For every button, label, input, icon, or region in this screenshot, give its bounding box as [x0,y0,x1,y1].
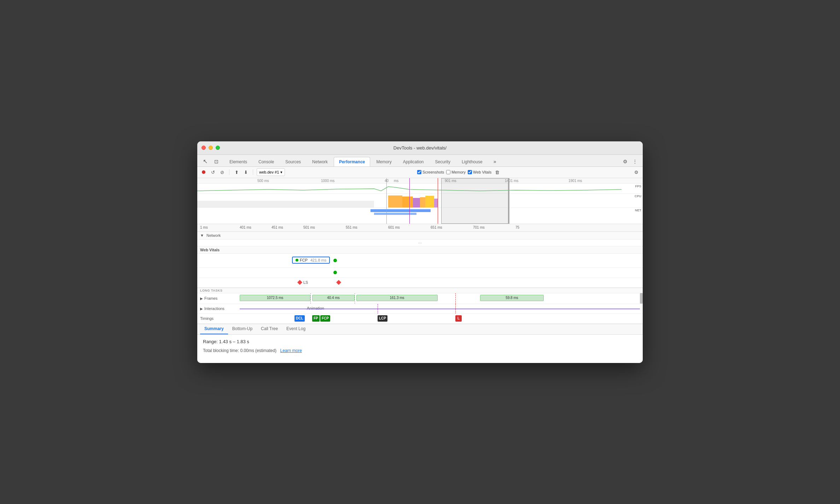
maximize-button[interactable] [216,146,220,150]
traffic-lights [202,146,220,150]
web-vitals-header: Web Vitals [197,246,643,254]
frame-divider-1 [310,293,311,304]
interactions-track-content: Animation [240,304,640,313]
ls-diamond-2 [336,280,341,285]
screenshots-checkbox[interactable] [417,170,421,174]
network-collapse-icon[interactable]: ▼ [200,233,204,238]
ls-label: LS [303,280,308,285]
expand-dots[interactable]: ··· [197,240,643,246]
clear-button[interactable]: ⊘ [218,169,226,176]
tab-performance[interactable]: Performance [334,157,370,166]
detail-tick-75: 75 [515,225,519,229]
tab-application[interactable]: Application [398,157,429,166]
tab-memory[interactable]: Memory [371,157,397,166]
web-vitals-section: Web Vitals FCP 421.8 ms LS [197,246,643,288]
lcp-badge[interactable]: LCP [378,315,387,322]
fcp-tooltip[interactable]: FCP 421.8 ms [292,257,330,264]
bottom-tabs: Summary Bottom-Up Call Tree Event Log [197,324,643,335]
more-options-icon[interactable]: ⋮ [630,157,640,166]
cursor-icon[interactable]: ↖ [200,157,210,166]
tab-sources[interactable]: Sources [280,157,306,166]
svg-rect-1 [197,201,374,208]
interactions-expand-icon[interactable]: ▶ [200,307,203,311]
svg-rect-4 [413,198,420,208]
svg-point-0 [202,170,205,174]
net-label: NET [635,209,641,212]
memory-checkbox-group: Memory [446,170,466,174]
fcp-label: FCP [300,258,308,262]
overview-timeline[interactable]: 500 ms 1000 ms 40 ms 901 ms 1401 ms 1901… [197,178,643,224]
web-vitals-checkbox[interactable] [468,170,472,174]
blocking-time-text: Total blocking time: 0.00ms (estimated) [203,348,276,353]
overview-line-1 [386,178,387,224]
frame-divider-red [455,293,456,304]
selection-right-handle[interactable] [508,178,509,224]
device-icon[interactable]: ⊡ [211,157,221,166]
frames-expand-icon[interactable]: ▶ [200,297,203,300]
lcp-row [197,268,643,278]
source-value: web.dev #1 [259,170,279,174]
ruler-tick-500ms: 500 ms [257,179,269,183]
detail-tick-401ms: 401 ms [240,225,251,229]
ls-diamond-1 [297,280,302,285]
l-badge[interactable]: L [455,315,462,322]
upload-button[interactable]: ⬆ [233,169,240,176]
tab-security[interactable]: Security [430,157,456,166]
cpu-label: CPU [635,194,641,198]
screenshots-label: Screenshots [422,170,444,174]
close-button[interactable] [202,146,206,150]
interactions-label: ▶ Interactions [197,306,240,311]
detail-tick-651ms: 651 ms [431,225,442,229]
interaction-red-dashed [455,304,456,313]
lcp-dot [333,271,337,274]
detail-tick-601ms: 601 ms [388,225,400,229]
detail-tick-501ms: 501 ms [303,225,315,229]
tab-network[interactable]: Network [307,157,333,166]
fcp-badge[interactable]: FCP [320,315,330,322]
more-tabs-button[interactable]: » [490,157,500,166]
selection-box [441,178,508,224]
devtools-window: DevTools - web.dev/vitals/ ↖ ⊡ Elements … [197,141,643,363]
timings-label: Timings [197,316,240,321]
separator-2 [253,169,253,175]
detail-ruler: 1 ms 401 ms 451 ms 501 ms 551 ms 601 ms … [197,224,643,232]
delete-recording-button[interactable]: 🗑 [494,169,501,176]
title-bar: DevTools - web.dev/vitals/ [197,141,643,155]
tab-elements[interactable]: Elements [224,157,252,166]
dcl-badge[interactable]: DCL [294,315,305,322]
tab-lighthouse[interactable]: Lighthouse [456,157,488,166]
record-button[interactable] [200,169,207,176]
learn-more-link[interactable]: Learn more [280,348,302,353]
tab-bottom-up[interactable]: Bottom-Up [228,324,257,334]
net-bar-2 [374,213,416,215]
download-button[interactable]: ⬇ [242,169,249,176]
memory-label: Memory [451,170,466,174]
svg-rect-7 [434,199,438,208]
scrollbar-track [640,293,643,304]
ruler-tick-1000ms: 1000 ms [321,179,334,183]
tab-event-log[interactable]: Event Log [282,324,310,334]
detail-tick-701ms: 701 ms [473,225,485,229]
reload-record-button[interactable]: ↺ [209,169,216,176]
network-track: ▼ Network [197,232,643,240]
fp-badge[interactable]: FP [312,315,320,322]
settings-icon[interactable]: ⚙ [620,157,630,166]
scrollbar-thumb[interactable] [640,293,643,304]
tab-call-tree[interactable]: Call Tree [257,324,282,334]
tab-console[interactable]: Console [253,157,279,166]
settings-capture-button[interactable]: ⚙ [633,169,640,176]
svg-rect-6 [425,196,434,208]
animation-label: Animation [307,306,324,310]
source-select[interactable]: web.dev #1 ▾ [257,168,285,176]
detail-tick-451ms: 451 ms [272,225,283,229]
main-tabs: ↖ ⊡ Elements Console Sources Network Per… [197,155,643,167]
web-vitals-label: Web Vitals [473,170,491,174]
memory-checkbox[interactable] [446,170,450,174]
detail-tick-551ms: 551 ms [346,225,357,229]
tab-summary[interactable]: Summary [200,324,228,334]
fcp-value: 421.8 ms [310,258,326,262]
minimize-button[interactable] [209,146,213,150]
svg-rect-2 [388,195,402,208]
chevron-down-icon: ▾ [280,170,282,175]
frame-bar-2: 40.4 ms [312,295,355,301]
